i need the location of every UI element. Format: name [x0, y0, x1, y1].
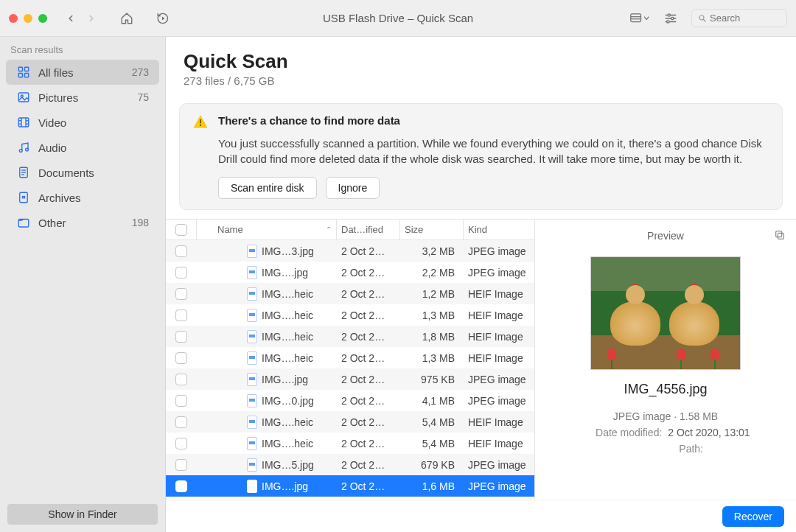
- view-options-button[interactable]: [629, 8, 650, 29]
- preview-date-label: Date modified:: [581, 427, 662, 438]
- row-checkbox[interactable]: [175, 331, 187, 343]
- minimize-window-button[interactable]: [24, 14, 32, 23]
- window-title: USB Flash Drive – Quick Scan: [323, 12, 473, 24]
- row-checkbox[interactable]: [175, 395, 187, 407]
- row-checkbox[interactable]: [175, 374, 187, 385]
- row-checkbox[interactable]: [175, 459, 187, 471]
- row-kind: HEIF Image: [468, 352, 523, 364]
- row-date: 2 Oct 2…: [341, 309, 385, 321]
- folder-icon: [16, 215, 31, 230]
- row-size: 679 KB: [421, 459, 455, 471]
- row-checkbox[interactable]: [175, 352, 187, 364]
- sidebar-item-archives[interactable]: Archives: [6, 185, 159, 210]
- row-kind: HEIF Image: [468, 288, 523, 300]
- more-data-notice: There's a chance to find more data You j…: [179, 103, 783, 210]
- home-button[interactable]: [116, 8, 137, 29]
- search-input[interactable]: [710, 13, 781, 24]
- row-name: IMG…5.jpg: [262, 459, 314, 471]
- sidebar-item-pictures[interactable]: Pictures75: [6, 85, 159, 110]
- row-checkbox[interactable]: [175, 416, 187, 428]
- row-date: 2 Oct 2…: [341, 267, 385, 279]
- main-panel: Quick Scan 273 files / 6,75 GB There's a…: [166, 37, 796, 532]
- table-row[interactable]: IMG….jpg2 Oct 2…975 KBJPEG image: [166, 368, 534, 390]
- table-row[interactable]: IMG…3.jpg2 Oct 2…3,2 MBJPEG image: [166, 240, 534, 262]
- row-name: IMG….jpg: [262, 480, 308, 492]
- row-date: 2 Oct 2…: [341, 480, 385, 492]
- svg-rect-38: [776, 231, 782, 237]
- sidebar-item-documents[interactable]: Documents: [6, 160, 159, 185]
- search-field[interactable]: [691, 9, 787, 27]
- row-date: 2 Oct 2…: [341, 288, 385, 300]
- settings-button[interactable]: [660, 8, 681, 29]
- row-size: 4,1 MB: [422, 395, 455, 407]
- preview-image: [590, 256, 741, 370]
- table-row[interactable]: IMG…5.jpg2 Oct 2…679 KBJPEG image: [166, 454, 534, 475]
- row-name: IMG….heic: [262, 309, 313, 321]
- row-kind: HEIF Image: [468, 331, 523, 343]
- svg-rect-19: [18, 118, 29, 127]
- row-kind: JPEG image: [468, 267, 526, 279]
- row-kind: JPEG image: [468, 245, 526, 257]
- back-button[interactable]: [60, 8, 81, 29]
- table-header: Name ⌃ Dat…ified Size Kind: [166, 220, 534, 240]
- toolbar: USB Flash Drive – Quick Scan: [0, 0, 796, 37]
- copy-icon[interactable]: [774, 229, 786, 243]
- row-kind: JPEG image: [468, 374, 526, 385]
- svg-rect-2: [631, 13, 641, 21]
- svg-point-8: [671, 17, 674, 19]
- svg-rect-13: [18, 67, 22, 71]
- column-kind[interactable]: Kind: [464, 220, 534, 239]
- row-checkbox[interactable]: [175, 309, 187, 321]
- preview-heading: Preview: [647, 230, 684, 242]
- file-table: Name ⌃ Dat…ified Size Kind IMG…3.jpg2 Oc…: [166, 220, 534, 532]
- sidebar-item-audio[interactable]: Audio: [6, 135, 159, 160]
- warning-icon: [193, 115, 208, 128]
- forward-button[interactable]: [81, 8, 102, 29]
- row-name: IMG….jpg: [262, 267, 308, 279]
- row-checkbox[interactable]: [175, 288, 187, 300]
- close-window-button[interactable]: [9, 14, 18, 23]
- row-size: 2,2 MB: [422, 267, 455, 279]
- row-date: 2 Oct 2…: [341, 374, 385, 385]
- row-checkbox[interactable]: [175, 267, 187, 279]
- table-row[interactable]: IMG….heic2 Oct 2…1,3 MBHEIF Image: [166, 304, 534, 326]
- sidebar-item-label: Audio: [38, 141, 66, 154]
- table-row[interactable]: IMG….jpg2 Oct 2…2,2 MBJPEG image: [166, 262, 534, 283]
- row-date: 2 Oct 2…: [341, 438, 385, 449]
- maximize-window-button[interactable]: [38, 14, 47, 23]
- select-all-checkbox[interactable]: [175, 224, 187, 236]
- column-name[interactable]: Name ⌃: [197, 220, 337, 239]
- ignore-button[interactable]: Ignore: [326, 177, 380, 199]
- table-row[interactable]: IMG….heic2 Oct 2…5,4 MBHEIF Image: [166, 411, 534, 433]
- row-kind: HEIF Image: [468, 416, 523, 428]
- sidebar-item-video[interactable]: Video: [6, 110, 159, 135]
- table-row[interactable]: IMG….heic2 Oct 2…5,4 MBHEIF Image: [166, 433, 534, 454]
- sidebar-item-all-files[interactable]: All files273: [6, 60, 159, 85]
- page-title: Quick Scan: [184, 50, 778, 73]
- row-size: 5,4 MB: [422, 438, 455, 449]
- svg-rect-37: [778, 233, 783, 239]
- table-row[interactable]: IMG….jpg2 Oct 2…1,6 MBJPEG image: [166, 475, 534, 497]
- recover-button[interactable]: Recover: [722, 506, 784, 527]
- preview-path-label: Path:: [622, 443, 703, 455]
- sidebar-item-other[interactable]: Other198: [6, 210, 159, 235]
- sidebar-heading: Scan results: [0, 37, 165, 60]
- file-icon: [247, 266, 257, 279]
- svg-rect-15: [18, 74, 22, 77]
- row-name: IMG….heic: [262, 438, 313, 449]
- scan-entire-disk-button[interactable]: Scan entire disk: [218, 177, 317, 199]
- column-size[interactable]: Size: [400, 220, 464, 239]
- table-row[interactable]: IMG….heic2 Oct 2…1,3 MBHEIF Image: [166, 347, 534, 368]
- table-row[interactable]: IMG….heic2 Oct 2…1,2 MBHEIF Image: [166, 283, 534, 304]
- table-row[interactable]: IMG….heic2 Oct 2…1,8 MBHEIF Image: [166, 326, 534, 347]
- svg-point-6: [668, 13, 670, 15]
- row-checkbox[interactable]: [175, 245, 187, 257]
- recover-session-button[interactable]: [152, 8, 172, 29]
- column-date[interactable]: Dat…ified: [337, 220, 400, 239]
- row-checkbox[interactable]: [175, 438, 187, 449]
- show-in-finder-button[interactable]: Show in Finder: [7, 504, 158, 525]
- table-row[interactable]: IMG…0.jpg2 Oct 2…4,1 MBJPEG image: [166, 390, 534, 411]
- row-checkbox[interactable]: [175, 480, 187, 492]
- file-icon: [247, 394, 257, 407]
- preview-date-value: 2 Oct 2020, 13:01: [668, 427, 750, 438]
